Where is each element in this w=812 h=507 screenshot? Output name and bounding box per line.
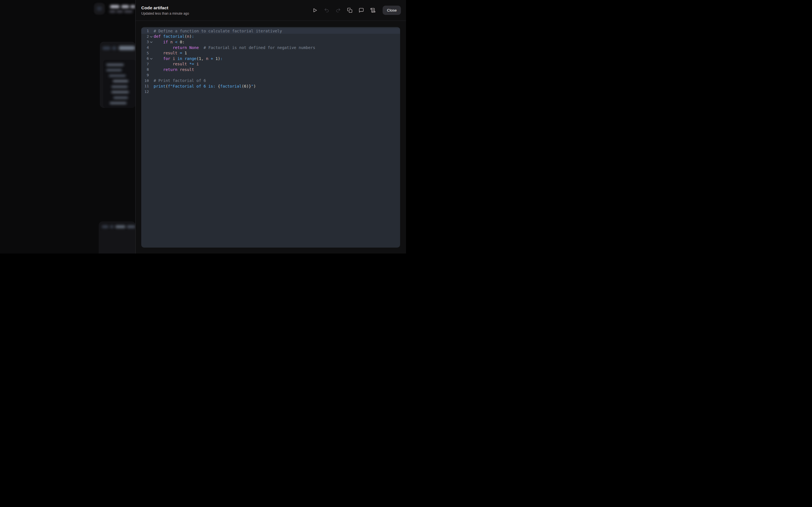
- line-number: 8: [141, 67, 149, 71]
- fold-spacer: [149, 64, 154, 64]
- comment-button[interactable]: [356, 6, 366, 15]
- line-number: 12: [141, 90, 149, 94]
- undo-button[interactable]: [322, 6, 331, 15]
- panel-body: 1# Define a function to calculate factor…: [136, 21, 406, 253]
- blurred-input-text: [115, 225, 125, 228]
- blurred-chat-subtitle: [109, 10, 116, 13]
- panel-subtitle: Updated less than a minute ago: [141, 12, 189, 15]
- code-text: if n < 0:: [154, 40, 185, 44]
- fold-chevron-icon[interactable]: [149, 41, 154, 43]
- code-line-4[interactable]: 4 return None # Factorial is not defined…: [141, 45, 400, 50]
- line-number: 9: [141, 73, 149, 77]
- code-line-10[interactable]: 10# Print factorial of 6: [141, 78, 400, 83]
- version-history-button[interactable]: [368, 6, 377, 15]
- fold-spacer: [149, 47, 154, 48]
- line-number: 7: [141, 62, 149, 66]
- fold-spacer: [149, 69, 154, 70]
- fold-spacer: [149, 75, 154, 75]
- panel-title: Code artifact: [141, 5, 189, 10]
- line-number: 2: [141, 34, 149, 39]
- fold-chevron-icon[interactable]: [149, 57, 154, 60]
- fold-spacer: [149, 53, 154, 54]
- line-number: 1: [141, 29, 149, 33]
- code-line-9[interactable]: 9: [141, 72, 400, 78]
- fold-spacer: [149, 86, 154, 87]
- code-text: return None # Factorial is not defined f…: [154, 45, 315, 50]
- code-line-3[interactable]: 3 if n < 0:: [141, 39, 400, 45]
- avatar-logo: [97, 6, 102, 11]
- copy-button[interactable]: [345, 6, 354, 15]
- code-line-11[interactable]: 11print(f"Factorial of 6 is: {factorial(…: [141, 83, 400, 89]
- blurred-code-line: [113, 80, 128, 82]
- code-text: # Print factorial of 6: [154, 78, 206, 83]
- line-number: 10: [141, 78, 149, 83]
- copy-icon: [347, 8, 352, 13]
- blurred-chat-message: [100, 42, 136, 108]
- blurred-input-text: [102, 225, 109, 228]
- code-artifact-panel: Code artifact Updated less than a minute…: [136, 0, 406, 253]
- blurred-code-line: [110, 102, 126, 104]
- code-line-12[interactable]: 12: [141, 89, 400, 95]
- fold-chevron-icon[interactable]: [149, 35, 154, 38]
- blurred-chat-input[interactable]: [99, 221, 136, 253]
- avatar: [94, 3, 105, 15]
- code-text: return result: [154, 67, 194, 72]
- blurred-code-line: [113, 97, 128, 99]
- fold-spacer: [149, 80, 154, 81]
- blurred-chat-title: [130, 5, 135, 8]
- code-line-8[interactable]: 8 return result: [141, 67, 400, 72]
- blurred-code-line: [106, 64, 124, 66]
- app-window: Code artifact Updated less than a minute…: [0, 0, 406, 253]
- blurred-badge: [112, 47, 116, 50]
- blurred-code-preview: [103, 60, 136, 108]
- blurred-badge: [102, 47, 110, 50]
- code-text: # Define a function to calculate factori…: [154, 29, 282, 33]
- blurred-chat-subtitle: [124, 10, 133, 13]
- blurred-chat-title: [121, 5, 129, 8]
- code-line-2[interactable]: 2def factorial(n):: [141, 34, 400, 40]
- line-number: 5: [141, 51, 149, 55]
- blurred-code-line: [111, 91, 129, 93]
- run-button[interactable]: [310, 6, 320, 15]
- fold-spacer: [149, 91, 154, 92]
- blurred-chat-title: [110, 5, 119, 8]
- code-text: result *= i: [154, 62, 199, 66]
- fold-spacer: [149, 31, 154, 31]
- code-line-1[interactable]: 1# Define a function to calculate factor…: [141, 28, 400, 34]
- code-text: for i in range(1, n + 1):: [154, 56, 223, 61]
- undo-icon: [324, 8, 329, 13]
- redo-icon: [336, 8, 341, 13]
- close-button[interactable]: Close: [383, 6, 401, 15]
- message-square-icon: [359, 8, 364, 13]
- code-line-5[interactable]: 5 result = 1: [141, 50, 400, 56]
- toolbar: Close: [310, 6, 401, 15]
- play-icon: [312, 8, 318, 13]
- line-number: 11: [141, 84, 149, 88]
- line-number: 3: [141, 40, 149, 44]
- code-text: def factorial(n):: [154, 34, 194, 39]
- code-text: print(f"Factorial of 6 is: {factorial(6)…: [154, 84, 256, 89]
- blurred-chat-subtitle: [116, 10, 123, 13]
- panel-header: Code artifact Updated less than a minute…: [136, 0, 406, 21]
- code-line-6[interactable]: 6 for i in range(1, n + 1):: [141, 56, 400, 61]
- code-editor-lines: 1# Define a function to calculate factor…: [141, 28, 400, 94]
- blurred-code-line: [109, 75, 126, 77]
- line-number: 4: [141, 45, 149, 50]
- blurred-code-line: [111, 86, 128, 88]
- redo-button[interactable]: [333, 6, 343, 15]
- blurred-input-text: [127, 225, 135, 228]
- code-text: result = 1: [154, 51, 187, 55]
- chat-background: [0, 0, 136, 253]
- line-number: 6: [141, 56, 149, 61]
- code-line-7[interactable]: 7 result *= i: [141, 61, 400, 67]
- blurred-filename: [119, 46, 135, 50]
- scroll-text-icon: [370, 8, 375, 13]
- code-editor[interactable]: 1# Define a function to calculate factor…: [141, 27, 400, 247]
- blurred-code-line: [106, 69, 122, 71]
- blurred-input-text: [110, 225, 114, 228]
